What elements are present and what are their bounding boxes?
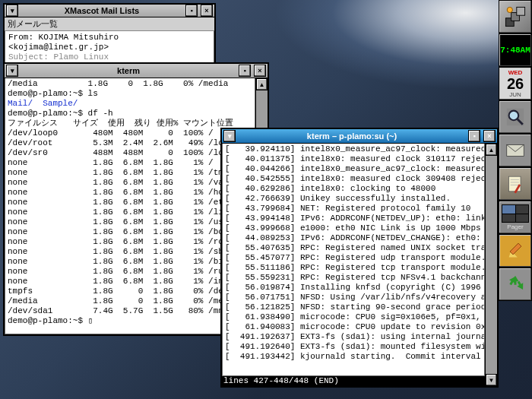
pager-label: Pager xyxy=(507,223,523,230)
pager-workspace-1[interactable] xyxy=(502,205,515,214)
terminal-line: [ 40.629286] intel8x0: clocking to 48000 xyxy=(225,184,482,194)
scroll-down-button[interactable]: ▼ xyxy=(486,374,497,386)
svg-point-3 xyxy=(507,7,512,12)
terminal-line: demo@p-plamo:~$ ls xyxy=(8,89,252,99)
dock-mail[interactable] xyxy=(499,134,532,167)
terminal-line: none 1.8G 6.8M 1.8G 1% /var xyxy=(8,178,252,188)
dock-recycle[interactable] xyxy=(499,268,532,301)
terminal-line: none 1.8G 6.8M 1.8G 1% /lib xyxy=(8,207,252,217)
terminal-line: [ 40.044266] intel8x0_measure_ac97_clock… xyxy=(225,164,482,174)
clock-time: 7:48AM xyxy=(500,46,530,55)
kterm2-statusline: lines 427-448/448 (END) xyxy=(222,376,485,386)
mail-body: From: KOJIMA Mitsuhiro <kojima@linet.gr.… xyxy=(5,31,214,65)
terminal-line: none 1.8G 6.8M 1.8G 1% /sbin xyxy=(8,247,252,257)
terminal-line: none 1.8G 6.8M 1.8G 1% /tmp xyxy=(8,168,252,178)
terminal-line: /media 1.8G 0 1.8G 0% /media xyxy=(8,296,252,306)
terminal-line: [ 44.089253] IPv6: ADDRCONF(NETDEV_CHANG… xyxy=(225,233,482,243)
terminal-line: [ 491.192637] EXT3-fs (sda1): using inte… xyxy=(225,332,482,342)
pager-grid[interactable] xyxy=(502,204,529,223)
dock-pager[interactable]: Pager xyxy=(499,201,532,234)
dock-edit[interactable] xyxy=(499,234,532,268)
terminal-line: [ 55.559231] RPC: Registered tcp NFSv4.1… xyxy=(225,273,482,283)
terminal-line: none 1.8G 6.8M 1.8G 1% /install xyxy=(8,277,252,287)
minimize-button[interactable]: ▪ xyxy=(239,65,251,77)
svg-rect-14 xyxy=(510,243,521,255)
terminal-line: [ 56.019874] Installing knfsd (copyright… xyxy=(225,283,482,293)
minimize-button[interactable]: ▪ xyxy=(468,130,480,142)
terminal-line: ファイルシス サイズ 使用 残り 使用% マウント位置 xyxy=(8,119,252,128)
scroll-up-button[interactable]: ▲ xyxy=(256,78,268,90)
mail-subject: Subject: Plamo Linux xyxy=(8,52,211,62)
terminal-line: none 1.8G 6.8M 1.8G 1% /root xyxy=(8,237,252,247)
mail-title: XMascot Mail Lists xyxy=(20,6,184,15)
terminal-line: [ 491.192640] EXT3-fs (sda1): mounted fi… xyxy=(225,342,482,352)
mail-titlebar[interactable]: ▾ XMascot Mail Lists ▪ × xyxy=(5,5,214,17)
dock-app-launcher[interactable] xyxy=(499,0,532,33)
terminal-line: [ 42.766639] Unikey successfully install… xyxy=(225,194,482,204)
step-icon xyxy=(502,3,529,30)
kterm2-terminal[interactable]: [ 39.924110] intel8x0_measure_ac97_clock… xyxy=(222,144,485,376)
terminal-line: none 1.8G 6.8M 1.8G 1% /bin xyxy=(8,257,252,267)
terminal-line: /dev/root 5.3M 2.4M 2.6M 49% /loop xyxy=(8,138,252,148)
recycle-icon xyxy=(504,273,527,296)
pager-workspace-3[interactable] xyxy=(502,214,515,223)
dock-calendar[interactable]: WED 26 JUN xyxy=(499,67,532,100)
dock-clock[interactable]: 7:48AM xyxy=(499,33,532,67)
window-menu-button[interactable]: ▾ xyxy=(223,130,236,142)
pencil-icon xyxy=(505,240,526,261)
notepad-icon xyxy=(505,173,526,195)
mail-window[interactable]: ▾ XMascot Mail Lists ▪ × 別メール一覧 From: KO… xyxy=(3,3,216,62)
calendar-day: 26 xyxy=(507,76,524,91)
terminal-line: [ 43.799684] NET: Registered protocol fa… xyxy=(225,204,482,214)
window-menu-button[interactable]: ▾ xyxy=(6,65,18,77)
terminal-line: [ 61.940083] microcode: CPU0 update to r… xyxy=(225,322,482,332)
calendar-month: JUN xyxy=(509,91,521,98)
terminal-line: /dev/loop0 480M 480M 0 100% / xyxy=(8,128,252,138)
dock-magnify[interactable] xyxy=(499,100,532,134)
terminal-line: [ 39.924110] intel8x0_measure_ac97_clock… xyxy=(225,144,482,154)
kterm1-terminal[interactable]: /media 1.8G 0 1.8G 0% /mediademo@p-plamo… xyxy=(5,78,255,334)
magnify-icon xyxy=(505,106,526,128)
kterm1-title: kterm xyxy=(20,66,237,75)
terminal-line: none 1.8G 6.8M 1.8G 1% /etc xyxy=(8,198,252,207)
kterm2-scrollbar[interactable]: ▲ ▼ xyxy=(485,144,497,386)
terminal-line: [ 56.071751] NFSD: Using /var/lib/nfs/v4… xyxy=(225,293,482,302)
terminal-line: [ 43.999668] e1000: eth0 NIC Link is Up … xyxy=(225,223,482,233)
svg-rect-8 xyxy=(509,176,521,192)
terminal-line: none 1.8G 6.8M 1.8G 1% /usr xyxy=(8,217,252,227)
mail-icon xyxy=(504,139,527,162)
terminal-line: [ 40.011375] intel8x0: measured clock 31… xyxy=(225,154,482,164)
terminal-line: [ 56.121825] NFSD: starting 90-second gr… xyxy=(225,302,482,312)
terminal-line: /dev/sr0 488M 488M 0 100% /loop/cdrom xyxy=(8,148,252,158)
dock-notes[interactable] xyxy=(499,167,532,201)
terminal-line: tmpfs 1.8G 0 1.8G 0% /dev xyxy=(8,287,252,296)
mail-from: From: KOJIMA Mitsuhiro <kojima@linet.gr.… xyxy=(8,33,211,52)
terminal-line: [ 491.193442] kjournald starting. Commit… xyxy=(225,352,482,362)
kterm2-window[interactable]: ▾ kterm – p-plamo:su (~) ▪ × [ 39.924110… xyxy=(220,128,499,388)
minimize-button[interactable]: ▪ xyxy=(185,5,198,17)
window-menu-button[interactable]: ▾ xyxy=(6,5,18,17)
terminal-line: demo@p-plamo:~$ df -h xyxy=(8,109,252,119)
kterm1-titlebar[interactable]: ▾ kterm ▪ × xyxy=(5,64,268,78)
svg-rect-2 xyxy=(517,7,525,15)
dock: 7:48AM WED 26 JUN xyxy=(499,0,532,301)
terminal-line: [ 61.938490] microcode: CPU0 sig=0x106e5… xyxy=(225,312,482,322)
terminal-line: [ 40.542555] intel8x0: measured clock 30… xyxy=(225,174,482,184)
pager-workspace-2[interactable] xyxy=(516,205,529,214)
terminal-line: none 1.8G 6.8M 1.8G 1% /home xyxy=(8,188,252,198)
scroll-track[interactable] xyxy=(486,156,497,374)
close-button[interactable]: × xyxy=(483,130,496,142)
kterm2-titlebar[interactable]: ▾ kterm – p-plamo:su (~) ▪ × xyxy=(222,129,497,144)
pager-workspace-4[interactable] xyxy=(516,214,529,223)
close-button[interactable]: × xyxy=(254,65,266,77)
terminal-line: /media 1.8G 0 1.8G 0% /media xyxy=(8,79,252,89)
terminal-line: Mail/ Sample/ xyxy=(8,99,252,109)
terminal-line: [ 55.511186] RPC: Registered tcp transpo… xyxy=(225,263,482,273)
scroll-up-button[interactable]: ▲ xyxy=(486,144,497,156)
terminal-line: [ 55.407635] RPC: Registered named UNIX … xyxy=(225,243,482,253)
close-button[interactable]: × xyxy=(201,5,213,17)
terminal-line: [ 43.994148] IPv6: ADDRCONF(NETDEV_UP): … xyxy=(225,214,482,223)
mail-subtitle: 別メール一覧 xyxy=(5,17,214,31)
terminal-line: none 1.8G 6.8M 1.8G 1% /run xyxy=(8,267,252,277)
terminal-line: [ 55.457077] RPC: Registered udp transpo… xyxy=(225,253,482,263)
